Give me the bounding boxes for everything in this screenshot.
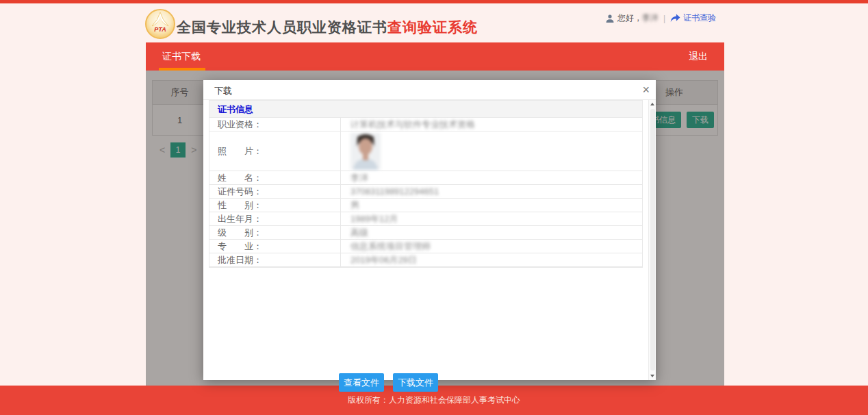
pta-logo-icon: PTA bbox=[145, 9, 175, 39]
share-arrow-icon bbox=[670, 14, 680, 23]
svg-text:PTA: PTA bbox=[154, 26, 166, 33]
certificate-info-table: 证书信息 职业资格： 计算机技术与软件专业技术资格 照 片： bbox=[209, 100, 643, 268]
field-row-gender: 性 别： 男 bbox=[209, 199, 642, 212]
tab-cert-download[interactable]: 证书下载 bbox=[162, 42, 201, 71]
field-value: 计算机技术与软件专业技术资格 bbox=[341, 118, 642, 131]
field-value: 2019年06月29日 bbox=[341, 253, 642, 266]
user-icon bbox=[605, 14, 615, 23]
field-value: 信息系统项目管理师 bbox=[341, 240, 642, 253]
field-label: 专 业： bbox=[209, 240, 341, 253]
modal-button-group: 查看文件 下载文件 bbox=[339, 373, 438, 392]
field-value: 1989年12月 bbox=[341, 212, 642, 225]
page-title: 全国专业技术人员职业资格证书查询验证系统 bbox=[177, 18, 478, 37]
header-user-area: 您好，李洋 | 证书查验 bbox=[605, 12, 716, 24]
field-label: 批准日期： bbox=[209, 253, 341, 266]
header-separator: | bbox=[663, 14, 665, 23]
cert-verify-link[interactable]: 证书查验 bbox=[683, 12, 716, 24]
field-row-approval-date: 批准日期： 2019年06月29日 bbox=[209, 253, 642, 267]
site-header: PTA 全国专业技术人员职业资格证书查询验证系统 您好，李洋 | 证书查验 bbox=[0, 3, 868, 42]
download-file-button[interactable]: 下载文件 bbox=[393, 373, 438, 392]
close-icon[interactable]: × bbox=[642, 82, 650, 97]
field-label: 出生年月： bbox=[209, 212, 341, 225]
field-row-photo: 照 片： bbox=[209, 131, 642, 171]
scrollbar-up-icon[interactable] bbox=[649, 100, 656, 108]
modal-scrollbar[interactable] bbox=[648, 100, 656, 380]
field-label: 职业资格： bbox=[209, 118, 341, 131]
field-row-major: 专 业： 信息系统项目管理师 bbox=[209, 240, 642, 253]
field-label: 证件号码： bbox=[209, 185, 341, 198]
logout-button[interactable]: 退出 bbox=[689, 42, 708, 71]
field-row-level: 级 别： 高级 bbox=[209, 226, 642, 240]
field-value: 370831198912294651 bbox=[341, 185, 642, 198]
scrollbar-thumb[interactable] bbox=[650, 109, 655, 370]
section-title-cert-info: 证书信息 bbox=[209, 100, 642, 118]
field-value-photo bbox=[341, 131, 642, 171]
modal-title: 下载 bbox=[214, 85, 232, 97]
scrollbar-down-icon[interactable] bbox=[649, 372, 656, 380]
field-label: 姓 名： bbox=[209, 171, 341, 184]
field-row-birth-date: 出生年月： 1989年12月 bbox=[209, 212, 642, 226]
field-value: 李洋 bbox=[341, 171, 642, 184]
user-name: 李洋 bbox=[642, 12, 659, 24]
field-label: 照 片： bbox=[209, 131, 341, 171]
modal-body: 证书信息 职业资格： 计算机技术与软件专业技术资格 照 片： bbox=[203, 100, 656, 380]
field-row-name: 姓 名： 李洋 bbox=[209, 171, 642, 185]
field-value: 男 bbox=[341, 199, 642, 212]
field-label: 性 别： bbox=[209, 199, 341, 212]
field-row-qualification: 职业资格： 计算机技术与软件专业技术资格 bbox=[209, 118, 642, 131]
portrait-photo bbox=[350, 133, 381, 170]
modal-header: 下载 × bbox=[203, 80, 656, 100]
download-modal: 下载 × 证书信息 职业资格： 计算机技术与软件专业技术资格 照 片： bbox=[203, 80, 656, 380]
field-value: 高级 bbox=[341, 226, 642, 239]
field-label: 级 别： bbox=[209, 226, 341, 239]
view-file-button[interactable]: 查看文件 bbox=[339, 373, 384, 392]
main-nav: 证书下载 退出 bbox=[146, 42, 724, 71]
field-row-id-number: 证件号码： 370831198912294651 bbox=[209, 185, 642, 199]
greeting-text: 您好， bbox=[617, 12, 642, 24]
page-title-accent: 查询验证系统 bbox=[387, 19, 478, 35]
page-title-main: 全国专业技术人员职业资格证书 bbox=[177, 19, 387, 35]
page-root: PTA 全国专业技术人员职业资格证书查询验证系统 您好，李洋 | 证书查验 证书… bbox=[0, 0, 868, 415]
